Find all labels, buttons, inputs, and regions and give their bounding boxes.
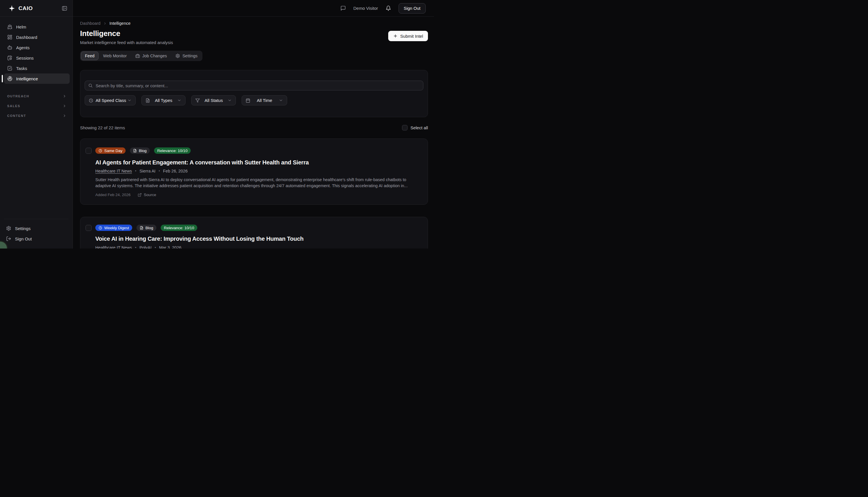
sparkle-logo-icon <box>8 5 15 12</box>
card-source-external-link[interactable]: Source <box>138 193 156 197</box>
card-summary: Sutter Health partnered with Sierra AI t… <box>95 177 421 189</box>
chevron-down-icon <box>177 98 182 102</box>
sidebar: CAIO Helm Dashboard Agents <box>0 0 73 248</box>
gear-icon <box>175 54 180 58</box>
filter-label: All Time <box>250 98 279 103</box>
gear-icon <box>6 226 11 231</box>
sidebar-item-sign-out[interactable]: Sign Out <box>4 233 69 244</box>
speed-badge: Weekly Digest <box>95 225 132 231</box>
tab-job-changes[interactable]: Job Changes <box>131 52 171 60</box>
speed-badge: Same Day <box>95 147 126 154</box>
chevron-right-icon <box>62 104 67 108</box>
results-count: Showing 22 of 22 items <box>80 125 125 130</box>
file-text-icon <box>140 226 143 230</box>
file-text-icon <box>133 149 137 153</box>
type-badge: Blog <box>137 225 156 231</box>
search-icon <box>88 83 93 88</box>
chevron-down-icon <box>228 98 232 102</box>
intelligence-tabs: Feed Web Monitor Job Changes Settings <box>80 51 202 61</box>
sidebar-collapse-button[interactable] <box>62 5 67 11</box>
bell-icon[interactable] <box>386 5 391 11</box>
card-checkbox[interactable] <box>86 148 91 154</box>
sidebar-item-label: Sessions <box>16 56 34 60</box>
sidebar-item-label: Helm <box>16 25 26 29</box>
tab-feed[interactable]: Feed <box>81 52 99 60</box>
external-link-icon <box>138 193 142 197</box>
submit-intel-button[interactable]: Submit Intel <box>388 31 428 41</box>
tab-label: Settings <box>182 54 197 58</box>
section-label: OUTREACH <box>7 95 29 98</box>
sidebar-item-label: Sign Out <box>15 237 32 241</box>
filter-status[interactable]: All Status <box>191 95 236 105</box>
relevance-badge: Relevance: 10/10 <box>161 225 197 231</box>
page-header: Intelligence Market intelligence feed wi… <box>80 29 428 46</box>
page-title: Intelligence <box>80 29 173 38</box>
clock-icon <box>99 226 102 230</box>
intel-card: Weekly Digest Blog Relevance: 10/10 Voic… <box>80 217 428 248</box>
chevron-down-icon <box>279 98 283 102</box>
logout-icon <box>6 236 11 241</box>
sidebar-item-sessions[interactable]: Sessions <box>4 53 70 63</box>
section-label: SALES <box>7 104 20 108</box>
card-company: PolyAI <box>139 245 152 248</box>
filter-types[interactable]: All Types <box>141 95 185 105</box>
card-source-link[interactable]: Healthcare IT News <box>95 169 132 173</box>
logo-row: CAIO <box>0 0 73 17</box>
briefcase-icon <box>136 54 140 58</box>
topbar: Demo Visitor Sign Out <box>73 0 434 17</box>
badges-row: Same Day Blog Relevance: 10/10 <box>95 147 421 154</box>
card-title[interactable]: AI Agents for Patient Engagement: A conv… <box>95 158 421 167</box>
meta-separator: • <box>155 246 156 248</box>
card-meta: Healthcare IT News • PolyAI • Mar 3, 202… <box>95 245 421 248</box>
filter-label: All Speed Class <box>93 98 127 103</box>
clock-icon <box>99 149 102 153</box>
filter-time[interactable]: All Time <box>242 95 287 105</box>
card-meta: Healthcare IT News • Sierra AI • Feb 26,… <box>95 169 421 173</box>
page-subtitle: Market intelligence feed with automated … <box>80 40 173 46</box>
clock-icon <box>89 98 93 103</box>
breadcrumb-dashboard[interactable]: Dashboard <box>80 21 100 26</box>
sidebar-item-dashboard[interactable]: Dashboard <box>4 32 70 42</box>
sidebar-section-content[interactable]: CONTENT <box>4 111 70 120</box>
card-added-date: Added Feb 24, 2026 <box>95 193 130 197</box>
badges-row: Weekly Digest Blog Relevance: 10/10 <box>95 225 421 231</box>
sidebar-nav: Helm Dashboard Agents Sessions Tasks <box>0 17 73 84</box>
sign-out-button[interactable]: Sign Out <box>399 3 426 14</box>
speed-badge-label: Weekly Digest <box>104 226 129 230</box>
card-checkbox[interactable] <box>86 225 91 231</box>
ship-icon <box>7 24 12 29</box>
meta-separator: • <box>159 169 160 173</box>
select-all-label: Select all <box>410 125 428 130</box>
tab-settings[interactable]: Settings <box>171 52 201 60</box>
meta-separator: • <box>135 169 136 173</box>
sidebar-section-sales[interactable]: SALES <box>4 101 70 111</box>
type-badge: Blog <box>130 147 150 154</box>
sidebar-item-helm[interactable]: Helm <box>4 22 70 32</box>
breadcrumb: Dashboard Intelligence <box>80 20 428 26</box>
bot-icon <box>7 45 12 50</box>
type-badge-label: Blog <box>139 148 146 153</box>
sidebar-item-settings[interactable]: Settings <box>4 223 69 233</box>
sidebar-item-intelligence[interactable]: Intelligence <box>4 73 70 84</box>
relevance-badge: Relevance: 10/10 <box>154 147 191 154</box>
search-input[interactable] <box>85 81 423 90</box>
search-filter-panel: All Speed Class All Types <box>80 70 428 117</box>
intel-card: Same Day Blog Relevance: 10/10 AI Agents… <box>80 139 428 205</box>
filter-speed-class[interactable]: All Speed Class <box>85 95 136 105</box>
dashboard-grid-icon <box>7 34 12 40</box>
source-link-label: Source <box>144 193 156 197</box>
sidebar-item-agents[interactable]: Agents <box>4 42 70 53</box>
card-source-link[interactable]: Healthcare IT News <box>95 245 132 248</box>
sidebar-item-tasks[interactable]: Tasks <box>4 63 70 73</box>
sidebar-sections: OUTREACH SALES CONTENT <box>0 84 73 120</box>
select-all-checkbox[interactable] <box>402 125 408 130</box>
sidebar-section-outreach[interactable]: OUTREACH <box>4 91 70 101</box>
speed-badge-label: Same Day <box>104 148 123 153</box>
sidebar-item-label: Agents <box>16 45 30 50</box>
check-square-icon <box>7 66 12 71</box>
card-title[interactable]: Voice AI in Hearing Care: Improving Acce… <box>95 235 421 243</box>
chat-icon[interactable] <box>340 5 346 11</box>
calendar-icon <box>246 98 250 103</box>
tab-web-monitor[interactable]: Web Monitor <box>99 52 131 60</box>
card-company: Sierra AI <box>139 169 156 173</box>
